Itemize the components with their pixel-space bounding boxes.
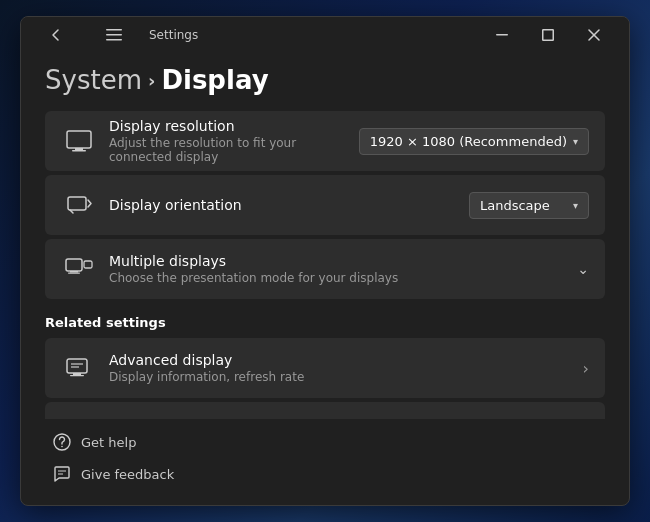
breadcrumb-separator: ›	[148, 70, 155, 91]
multiple-displays-expand-icon: ⌄	[577, 261, 589, 277]
get-help-link[interactable]: Get help	[45, 427, 605, 457]
resolution-chevron-icon: ▾	[573, 136, 578, 147]
give-feedback-link[interactable]: Give feedback	[45, 459, 605, 489]
svg-rect-14	[68, 273, 80, 274]
svg-rect-12	[84, 261, 92, 268]
svg-rect-3	[496, 34, 508, 36]
settings-body: Display resolution Adjust the resolution…	[21, 111, 629, 419]
breadcrumb-current: Display	[161, 65, 268, 95]
get-help-label: Get help	[81, 435, 136, 450]
svg-rect-2	[106, 39, 122, 41]
orientation-info: Display orientation	[109, 197, 469, 213]
breadcrumb-parent[interactable]: System	[45, 65, 142, 95]
svg-rect-11	[66, 259, 82, 271]
title-bar: Settings	[21, 17, 629, 53]
title-bar-left: Settings	[33, 17, 198, 53]
settings-window: Settings System › Display	[20, 16, 630, 506]
multiple-displays-desc: Choose the presentation mode for your di…	[109, 271, 577, 285]
help-icon	[53, 433, 71, 451]
advanced-display-control: ›	[583, 359, 589, 378]
svg-rect-9	[72, 150, 86, 152]
display-resolution-card[interactable]: Display resolution Adjust the resolution…	[45, 111, 605, 171]
resolution-icon	[61, 123, 97, 159]
advanced-display-desc: Display information, refresh rate	[109, 370, 583, 384]
svg-rect-10	[68, 197, 86, 210]
related-settings-header: Related settings	[45, 315, 605, 330]
minimize-button[interactable]	[479, 17, 525, 53]
resolution-value: 1920 × 1080 (Recommended)	[370, 134, 567, 149]
svg-rect-4	[543, 30, 554, 41]
resolution-desc: Adjust the resolution to fit your connec…	[109, 136, 359, 164]
hamburger-button[interactable]	[91, 17, 137, 53]
resolution-info: Display resolution Adjust the resolution…	[109, 118, 359, 164]
graphics-card[interactable]: Graphics ›	[45, 402, 605, 419]
multiple-displays-info: Multiple displays Choose the presentatio…	[109, 253, 577, 285]
resolution-label: Display resolution	[109, 118, 359, 134]
resolution-control: 1920 × 1080 (Recommended) ▾	[359, 128, 589, 155]
close-button[interactable]	[571, 17, 617, 53]
orientation-icon	[61, 187, 97, 223]
resolution-dropdown[interactable]: 1920 × 1080 (Recommended) ▾	[359, 128, 589, 155]
advanced-display-arrow-icon: ›	[583, 359, 589, 378]
footer: Get help Give feedback	[21, 419, 629, 505]
maximize-button[interactable]	[525, 17, 571, 53]
window-title: Settings	[149, 28, 198, 42]
advanced-display-info: Advanced display Display information, re…	[109, 352, 583, 384]
window-controls	[479, 17, 617, 53]
orientation-label: Display orientation	[109, 197, 469, 213]
multiple-displays-label: Multiple displays	[109, 253, 577, 269]
svg-rect-16	[73, 373, 81, 375]
svg-rect-8	[75, 148, 83, 150]
advanced-display-card[interactable]: Advanced display Display information, re…	[45, 338, 605, 398]
multiple-displays-card[interactable]: Multiple displays Choose the presentatio…	[45, 239, 605, 299]
multiple-displays-control: ⌄	[577, 261, 589, 277]
feedback-icon	[53, 465, 71, 483]
svg-rect-17	[70, 375, 84, 376]
back-button[interactable]	[33, 17, 79, 53]
svg-rect-13	[70, 271, 78, 273]
advanced-display-label: Advanced display	[109, 352, 583, 368]
orientation-dropdown[interactable]: Landscape ▾	[469, 192, 589, 219]
multiple-displays-icon	[61, 251, 97, 287]
svg-rect-7	[67, 131, 91, 148]
svg-point-26	[61, 446, 63, 448]
display-orientation-card[interactable]: Display orientation Landscape ▾	[45, 175, 605, 235]
breadcrumb: System › Display	[45, 65, 605, 95]
content-area: System › Display Display resolution Adju…	[21, 53, 629, 505]
page-header: System › Display	[21, 53, 629, 111]
orientation-control: Landscape ▾	[469, 192, 589, 219]
svg-rect-1	[106, 34, 122, 36]
orientation-chevron-icon: ▾	[573, 200, 578, 211]
advanced-display-icon	[61, 350, 97, 386]
svg-rect-0	[106, 29, 122, 31]
svg-rect-15	[67, 359, 87, 373]
orientation-value: Landscape	[480, 198, 550, 213]
give-feedback-label: Give feedback	[81, 467, 174, 482]
